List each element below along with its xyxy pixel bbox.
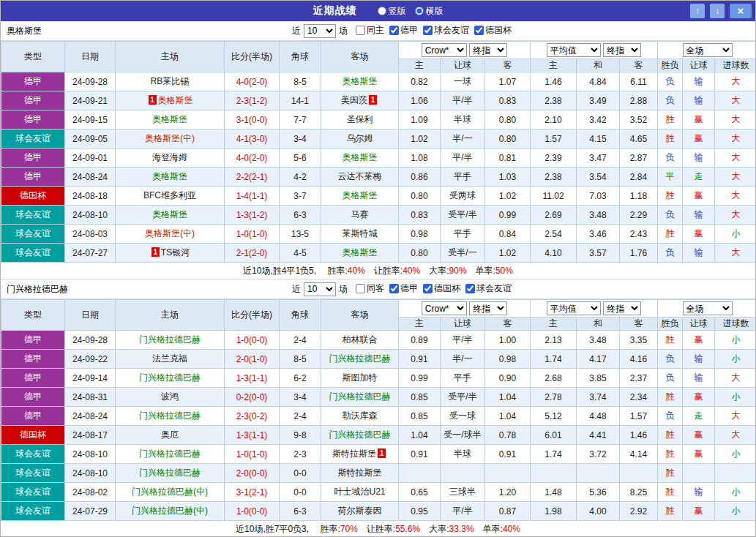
close-button[interactable]: × (730, 4, 752, 18)
euro-home-odds-cell: 2.68 (531, 369, 577, 388)
result-cell: 胜 (658, 225, 683, 244)
euro-draw-odds-cell: 4.15 (577, 129, 620, 149)
checkbox-input[interactable] (389, 26, 399, 35)
filter-checkbox-同客[interactable]: 同客 (356, 282, 384, 295)
matches-table: 类型 日期 主场 比分(半场) 角球 客场 Crow* 终指 平均值 终指 (1, 41, 756, 263)
away-team-cell: 奥格斯堡 (321, 149, 399, 168)
asia-bookmaker-select[interactable]: Crow* (422, 301, 467, 315)
goals-cell: 大 (715, 369, 756, 388)
filter-checkbox-德甲[interactable]: 德甲 (389, 24, 418, 37)
euro-away-odds-cell: 8.25 (620, 483, 658, 502)
euro-home-odds-cell: 2.10 (531, 110, 577, 129)
euro-odds-type-select[interactable]: 终指 (603, 43, 641, 57)
match-row: 德甲24-08-24奥格斯堡2-2(2-1)4-2云达不莱梅0.86平手1.03… (1, 168, 756, 187)
date-cell: 24-09-15 (65, 110, 116, 129)
section-header: 奥格斯堡 近 10 场 同主德甲球会友谊德国杯 (1, 21, 755, 41)
match-row: 德甲24-09-15奥格斯堡3-1(0-0)7-7圣保利1.09半球0.802.… (1, 110, 756, 129)
euro-bookmaker-select[interactable]: 平均值 (547, 301, 601, 315)
handicap-result-cell: 输 (683, 483, 715, 502)
checkbox-input[interactable] (465, 284, 475, 293)
corners-cell: 14-1 (280, 91, 321, 110)
filter-checkbox-德国杯[interactable]: 德国杯 (423, 282, 460, 295)
score-cell: 1-0(1-0) (225, 225, 280, 244)
layout-radio-vertical[interactable]: 竖版 (378, 5, 406, 18)
result-cell: 胜 (658, 187, 683, 206)
vertical-radio-input[interactable] (378, 7, 386, 15)
summary-stat: 让胜率:40% (374, 266, 420, 276)
euro-bookmaker-select[interactable]: 平均值 (547, 43, 601, 57)
league-type-cell: 球会友谊 (1, 483, 65, 502)
sub-euro-home: 主 (531, 59, 577, 72)
away-team-cell: 美因茨1 (321, 91, 399, 110)
euro-draw-odds-cell: 3.72 (577, 445, 620, 464)
asia-bookmaker-select[interactable]: Crow* (422, 43, 467, 57)
asia-odds-type-select[interactable]: 终指 (469, 43, 507, 57)
checkbox-input[interactable] (356, 284, 365, 293)
filter-checkbox-同主[interactable]: 同主 (356, 24, 384, 37)
layout-radio-horizontal[interactable]: 横版 (415, 5, 444, 18)
league-type-cell: 德甲 (1, 110, 65, 129)
asia-home-odds-cell: 1.04 (399, 426, 441, 445)
euro-draw-odds-cell: 3.54 (577, 168, 620, 187)
recent-count-select[interactable]: 10 (304, 24, 336, 38)
checkbox-input[interactable] (423, 284, 433, 293)
filter-checkbox-球会友谊[interactable]: 球会友谊 (423, 24, 469, 37)
stat-value: 70% (340, 524, 358, 534)
stat-value: 40% (503, 524, 520, 534)
date-cell: 24-09-22 (65, 350, 116, 369)
asia-home-odds-cell: 0.65 (399, 483, 441, 502)
date-cell: 24-08-10 (65, 445, 116, 464)
euro-draw-odds-cell: 3.57 (577, 244, 620, 263)
euro-away-odds-cell: 6.11 (620, 72, 658, 91)
match-row: 德甲24-09-28门兴格拉德巴赫1-0(0-0)2-4柏林联合0.89平/半1… (1, 331, 756, 350)
euro-home-odds-cell: 1.74 (531, 445, 577, 464)
asia-home-odds-cell: 0.91 (399, 445, 441, 464)
match-row: 德甲24-08-31波鸿0-2(0-0)3-4门兴格拉德巴赫0.85受平/半1.… (1, 388, 756, 407)
score-cell: 1-3(1-1) (225, 426, 280, 445)
euro-away-odds-cell (620, 464, 658, 483)
away-team-cell: 马赛 (321, 206, 399, 225)
result-cell: 负 (658, 72, 683, 91)
result-cell: 负 (658, 369, 683, 388)
asia-home-odds-cell: 0.91 (399, 350, 441, 369)
sub-result: 胜负 (658, 318, 683, 331)
checkbox-input[interactable] (423, 26, 433, 35)
handicap-cell: 半球 (441, 110, 485, 129)
filter-checkbox-德甲[interactable]: 德甲 (389, 282, 418, 295)
asia-home-odds-cell: 0.99 (399, 369, 441, 388)
checkbox-input[interactable] (356, 26, 365, 35)
handicap-cell: 半球 (441, 445, 485, 464)
date-cell: 24-08-31 (65, 388, 116, 407)
horizontal-radio-input[interactable] (415, 7, 424, 15)
asia-odds-type-select[interactable]: 终指 (469, 301, 507, 315)
filter-checkbox-德国杯[interactable]: 德国杯 (474, 24, 512, 37)
asia-home-odds-cell: 1.06 (399, 91, 441, 110)
handicap-cell: 平/半 (441, 149, 485, 168)
date-cell: 24-09-28 (65, 331, 116, 350)
filter-checkbox-球会友谊[interactable]: 球会友谊 (465, 282, 512, 295)
goals-cell: 大 (715, 110, 756, 129)
corners-cell: 4-5 (280, 244, 321, 263)
asia-away-odds-cell: 0.80 (485, 110, 531, 129)
corners-cell: 3-4 (280, 388, 321, 407)
checkbox-input[interactable] (474, 26, 484, 35)
result-cell: 胜 (658, 464, 683, 483)
team-name: 奥格斯堡(中) (145, 228, 195, 239)
scope-select[interactable]: 全场 (683, 301, 733, 315)
move-up-button[interactable]: ↑ (690, 4, 705, 18)
euro-away-odds-cell: 4.65 (620, 129, 658, 149)
euro-odds-type-select[interactable]: 终指 (603, 301, 641, 315)
asia-away-odds-cell: 1.03 (485, 168, 531, 187)
recent-count-select[interactable]: 10 (304, 282, 336, 296)
date-cell: 24-09-05 (65, 129, 116, 149)
team-name: 奥格斯堡 (343, 190, 378, 200)
euro-home-odds-cell: 4.10 (531, 244, 577, 263)
sub-handicap: 让球 (441, 318, 485, 331)
result-cell: 负 (658, 91, 683, 110)
score-cell: 1-0(0-0) (225, 502, 280, 521)
scope-select[interactable]: 全场 (683, 43, 733, 57)
checkbox-input[interactable] (389, 284, 399, 293)
asia-away-odds-cell: 0.91 (485, 445, 531, 464)
euro-home-odds-cell: 6.01 (531, 426, 577, 445)
move-down-button[interactable]: ↓ (710, 4, 725, 18)
